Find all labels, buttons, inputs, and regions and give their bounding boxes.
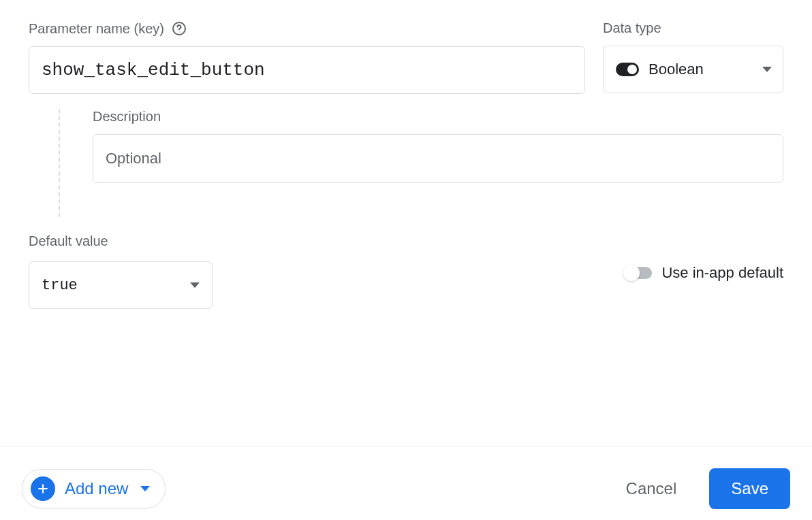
chevron-down-icon <box>190 282 200 288</box>
data-type-value: Boolean <box>649 61 753 78</box>
parameter-name-input[interactable] <box>29 46 585 94</box>
use-in-app-default-label: Use in-app default <box>661 264 783 282</box>
add-new-button[interactable]: Add new <box>22 469 166 508</box>
svg-point-1 <box>178 31 179 32</box>
boolean-icon <box>616 63 639 76</box>
cancel-button[interactable]: Cancel <box>610 470 693 508</box>
default-value-text: true <box>42 277 190 294</box>
parameter-name-label: Parameter name (key) <box>29 20 585 37</box>
data-type-label-text: Data type <box>603 20 661 36</box>
add-new-label: Add new <box>65 479 128 498</box>
default-value-select[interactable]: true <box>29 261 213 309</box>
chevron-down-icon <box>140 486 150 491</box>
data-type-select[interactable]: Boolean <box>603 46 783 93</box>
data-type-label: Data type <box>603 20 783 36</box>
default-value-label: Default value <box>29 233 213 249</box>
chevron-down-icon <box>762 67 772 72</box>
plus-icon <box>31 476 55 501</box>
description-input[interactable] <box>93 134 783 183</box>
parameter-name-label-text: Parameter name (key) <box>29 21 164 37</box>
use-in-app-default-toggle[interactable]: Use in-app default <box>625 236 783 309</box>
help-icon[interactable] <box>171 20 187 37</box>
description-label: Description <box>93 109 783 125</box>
save-button[interactable]: Save <box>709 468 790 509</box>
toggle-icon <box>625 267 652 279</box>
footer-bar: Add new Cancel Save <box>0 446 812 509</box>
